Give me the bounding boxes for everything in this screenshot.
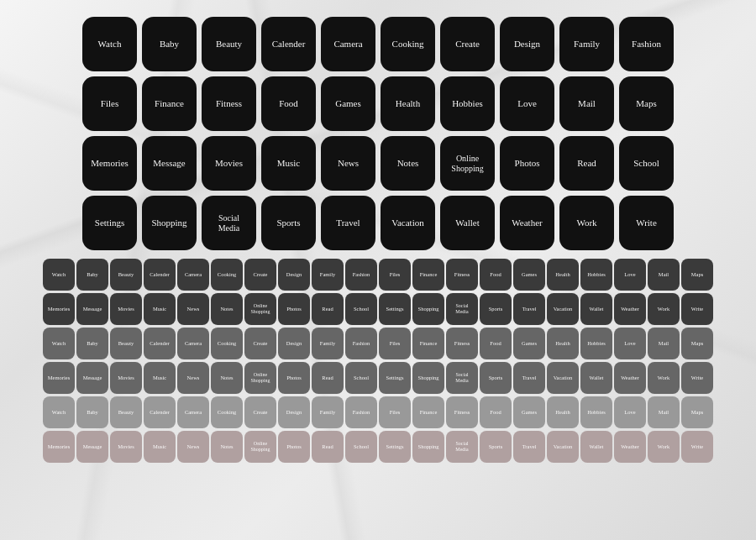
small-icon-beauty[interactable]: Beauty xyxy=(110,259,142,291)
small-icon-create[interactable]: Create xyxy=(244,396,276,428)
large-icon-onlineshopping[interactable]: Online Shopping xyxy=(440,136,495,191)
large-icon-news[interactable]: News xyxy=(321,136,375,191)
small-icon-school[interactable]: School xyxy=(345,293,377,325)
large-icon-health[interactable]: Health xyxy=(381,76,435,131)
small-icon-create[interactable]: Create xyxy=(244,328,276,359)
small-icon-maps[interactable]: Maps xyxy=(681,396,713,428)
large-icon-vacation[interactable]: Vacation xyxy=(381,196,435,250)
large-icon-write[interactable]: Write xyxy=(619,196,674,250)
small-icon-design[interactable]: Design xyxy=(278,328,310,359)
large-icon-travel[interactable]: Travel xyxy=(321,196,375,250)
large-icon-mail[interactable]: Mail xyxy=(559,76,614,131)
small-icon-fitness[interactable]: Fitness xyxy=(446,259,478,291)
large-icon-fitness[interactable]: Fitness xyxy=(202,76,256,131)
small-icon-message[interactable]: Message xyxy=(76,362,108,394)
small-icon-food[interactable]: Food xyxy=(480,396,512,428)
small-icon-files[interactable]: Files xyxy=(379,259,411,291)
small-icon-maps[interactable]: Maps xyxy=(681,328,713,359)
large-icon-watch[interactable]: Watch xyxy=(82,17,137,71)
large-icon-music[interactable]: Music xyxy=(261,136,316,191)
small-icon-cooking[interactable]: Cooking xyxy=(211,396,243,428)
small-icon-camera[interactable]: Camera xyxy=(177,396,209,428)
small-icon-fitness[interactable]: Fitness xyxy=(446,396,478,428)
large-icon-photos[interactable]: Photos xyxy=(500,136,554,191)
large-icon-wallet[interactable]: Wallet xyxy=(440,196,495,250)
small-icon-mail[interactable]: Mail xyxy=(648,259,680,291)
small-icon-maps[interactable]: Maps xyxy=(681,259,713,291)
large-icon-finance[interactable]: Finance xyxy=(142,76,197,131)
small-icon-camera[interactable]: Camera xyxy=(177,328,209,359)
small-icon-hobbies[interactable]: Hobbies xyxy=(580,328,612,359)
small-icon-settings[interactable]: Settings xyxy=(379,362,411,394)
large-icon-games[interactable]: Games xyxy=(321,76,375,131)
small-icon-music[interactable]: Music xyxy=(144,431,176,463)
large-icon-create[interactable]: Create xyxy=(440,17,495,71)
small-icon-school[interactable]: School xyxy=(345,431,377,463)
small-icon-onlineshopping[interactable]: Online Shopping xyxy=(244,362,276,394)
small-icon-love[interactable]: Love xyxy=(614,259,646,291)
small-icon-memories[interactable]: Memories xyxy=(43,362,75,394)
small-icon-fashion[interactable]: Fashion xyxy=(345,328,377,359)
small-icon-design[interactable]: Design xyxy=(278,259,310,291)
small-icon-photos[interactable]: Photos xyxy=(278,362,310,394)
large-icon-read[interactable]: Read xyxy=(559,136,614,191)
large-icon-camera[interactable]: Camera xyxy=(321,17,375,71)
large-icon-calender[interactable]: Calender xyxy=(261,17,316,71)
small-icon-love[interactable]: Love xyxy=(614,396,646,428)
small-icon-movies[interactable]: Movies xyxy=(110,431,142,463)
large-icon-memories[interactable]: Memories xyxy=(82,136,137,191)
small-icon-photos[interactable]: Photos xyxy=(278,293,310,325)
small-icon-notes[interactable]: Notes xyxy=(211,293,243,325)
small-icon-shopping[interactable]: Shopping xyxy=(412,362,444,394)
small-icon-movies[interactable]: Movies xyxy=(110,362,142,394)
small-icon-socialmedia[interactable]: Social Media xyxy=(446,362,478,394)
small-icon-read[interactable]: Read xyxy=(312,362,344,394)
small-icon-family[interactable]: Family xyxy=(312,328,344,359)
large-icon-settings[interactable]: Settings xyxy=(82,196,137,250)
small-icon-notes[interactable]: Notes xyxy=(211,362,243,394)
small-icon-settings[interactable]: Settings xyxy=(379,431,411,463)
small-icon-beauty[interactable]: Beauty xyxy=(110,396,142,428)
small-icon-vacation[interactable]: Vacation xyxy=(547,293,579,325)
small-icon-socialmedia[interactable]: Social Media xyxy=(446,431,478,463)
large-icon-maps[interactable]: Maps xyxy=(619,76,674,131)
small-icon-write[interactable]: Write xyxy=(681,431,713,463)
small-icon-finance[interactable]: Finance xyxy=(412,396,444,428)
small-icon-create[interactable]: Create xyxy=(244,259,276,291)
small-icon-games[interactable]: Games xyxy=(513,396,545,428)
large-icon-sports[interactable]: Sports xyxy=(261,196,316,250)
small-icon-family[interactable]: Family xyxy=(312,396,344,428)
small-icon-wallet[interactable]: Wallet xyxy=(580,431,612,463)
large-icon-message[interactable]: Message xyxy=(142,136,197,191)
small-icon-cooking[interactable]: Cooking xyxy=(211,259,243,291)
small-icon-cooking[interactable]: Cooking xyxy=(211,328,243,359)
large-icon-family[interactable]: Family xyxy=(559,17,614,71)
small-icon-baby[interactable]: Baby xyxy=(76,328,108,359)
small-icon-weather[interactable]: Weather xyxy=(614,293,646,325)
small-icon-travel[interactable]: Travel xyxy=(513,362,545,394)
small-icon-school[interactable]: School xyxy=(345,362,377,394)
large-icon-food[interactable]: Food xyxy=(261,76,316,131)
small-icon-baby[interactable]: Baby xyxy=(76,396,108,428)
small-icon-finance[interactable]: Finance xyxy=(412,328,444,359)
small-icon-fitness[interactable]: Fitness xyxy=(446,328,478,359)
large-icon-baby[interactable]: Baby xyxy=(142,17,197,71)
small-icon-baby[interactable]: Baby xyxy=(76,259,108,291)
small-icon-vacation[interactable]: Vacation xyxy=(547,362,579,394)
small-icon-love[interactable]: Love xyxy=(614,328,646,359)
small-icon-fashion[interactable]: Fashion xyxy=(345,396,377,428)
small-icon-games[interactable]: Games xyxy=(513,259,545,291)
large-icon-school[interactable]: School xyxy=(619,136,674,191)
small-icon-food[interactable]: Food xyxy=(480,259,512,291)
large-icon-hobbies[interactable]: Hobbies xyxy=(440,76,495,131)
small-icon-shopping[interactable]: Shopping xyxy=(412,431,444,463)
small-icon-sports[interactable]: Sports xyxy=(480,431,512,463)
small-icon-wallet[interactable]: Wallet xyxy=(580,293,612,325)
small-icon-memories[interactable]: Memories xyxy=(43,431,75,463)
small-icon-beauty[interactable]: Beauty xyxy=(110,328,142,359)
small-icon-socialmedia[interactable]: Social Media xyxy=(446,293,478,325)
small-icon-work[interactable]: Work xyxy=(648,431,680,463)
small-icon-work[interactable]: Work xyxy=(648,293,680,325)
small-icon-finance[interactable]: Finance xyxy=(412,259,444,291)
small-icon-notes[interactable]: Notes xyxy=(211,431,243,463)
